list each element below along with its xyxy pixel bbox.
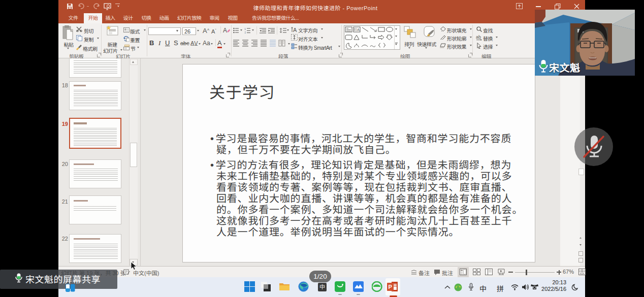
svg-text:1: 1 — [245, 27, 246, 30]
svg-text:A: A — [357, 28, 360, 31]
svg-text:A: A — [293, 27, 297, 32]
svg-text:A: A — [223, 27, 227, 34]
svg-text:ab: ab — [476, 35, 481, 40]
svg-text:2: 2 — [245, 31, 246, 34]
svg-text:P: P — [389, 284, 392, 290]
